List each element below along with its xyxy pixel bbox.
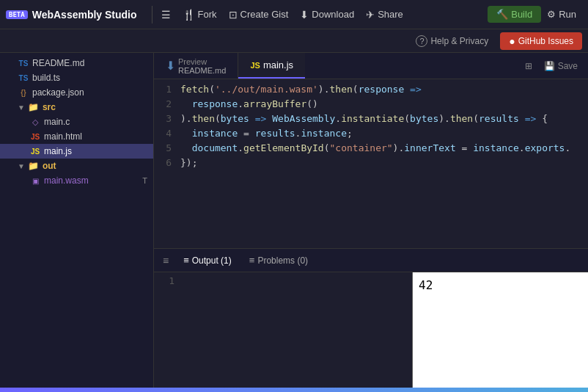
tab-active-label: main.js: [263, 59, 293, 70]
code-editor[interactable]: 1 fetch('../out/main.wasm').then(respons…: [154, 79, 588, 248]
output-tab-label: Output (1): [192, 255, 232, 266]
file-name: main.c: [44, 117, 70, 127]
arrow-down-icon2: ▼: [18, 162, 25, 170]
fork-label: Fork: [198, 9, 217, 20]
file-item-src[interactable]: ▼ 📁 src: [0, 100, 153, 115]
preview-value: 42: [419, 278, 433, 292]
editor-area: ⬇ Preview README.md JS main.js ⊞ 💾 Save: [154, 53, 588, 388]
wasm-icon: ▣: [29, 177, 41, 185]
build-label: Build: [511, 9, 532, 20]
js-tab-icon: JS: [250, 61, 260, 70]
file-item-mainc[interactable]: ◇ main.c: [0, 115, 153, 129]
bottom-tabs: ≡ ≡ Output (1) ≡ Problems (0): [154, 249, 588, 272]
settings-icon: ⚙: [547, 9, 556, 20]
sidebar: TS README.md TS build.ts {} package.json…: [0, 53, 154, 388]
brand-name: WebAssembly Studio: [32, 9, 137, 21]
html-icon: JS: [29, 133, 41, 141]
download-button[interactable]: ⬇ Download: [294, 6, 360, 23]
second-nav: ? Help & Privacy ● GitHub Issues: [0, 29, 588, 53]
run-button[interactable]: ⚙ Run: [541, 6, 582, 23]
problems-tab-label: Problems (0): [257, 255, 308, 266]
gist-label: Create Gist: [240, 9, 289, 20]
save-icon: 💾: [544, 61, 555, 71]
ts-icon: TS: [18, 59, 29, 68]
code-line-4: 4 instance = results.instance;: [154, 126, 588, 141]
file-name: package.json: [32, 87, 84, 98]
beta-badge: BETA: [6, 10, 28, 19]
code-line-2: 2 response.arrayBuffer(): [154, 97, 588, 112]
arrow-down-icon: ▼: [18, 104, 25, 112]
menu-icon: ☰: [161, 9, 171, 21]
download-icon: ⬇: [300, 9, 309, 21]
code-content: 1 fetch('../out/main.wasm').then(respons…: [154, 79, 588, 173]
file-name: build.ts: [32, 73, 60, 83]
js-icon: JS: [29, 148, 41, 156]
brand: BETA WebAssembly Studio: [6, 9, 137, 21]
help-icon: ?: [416, 35, 427, 47]
code-line-5: 5 document.getElementById("container").i…: [154, 141, 588, 156]
bottom-menu-button[interactable]: ≡: [160, 252, 172, 269]
preview-download-icon: ⬇: [166, 59, 175, 73]
tab-actions: ⊞ 💾 Save: [521, 59, 588, 73]
fork-button[interactable]: 🍴 Fork: [177, 6, 223, 23]
file-item-mainwasm[interactable]: ▣ main.wasm T: [0, 173, 153, 188]
create-gist-button[interactable]: ⊡ Create Gist: [223, 6, 295, 23]
share-button[interactable]: ✈ Share: [360, 6, 409, 23]
preview-pane: 42: [412, 272, 588, 388]
github-issues-button[interactable]: ● GitHub Issues: [500, 32, 582, 50]
wasm-badge: T: [142, 176, 147, 185]
main-area: TS README.md TS build.ts {} package.json…: [0, 53, 588, 388]
code-line-1: 1 fetch('../out/main.wasm').then(respons…: [154, 82, 588, 97]
folder-name: src: [43, 102, 56, 112]
tab-preview[interactable]: ⬇ Preview README.md: [154, 53, 238, 79]
help-privacy-button[interactable]: ? Help & Privacy: [410, 33, 494, 49]
menu-button[interactable]: ☰: [155, 6, 177, 23]
bottom-panel: ≡ ≡ Output (1) ≡ Problems (0) 1: [154, 248, 588, 388]
file-item-mainhtml[interactable]: JS main.html: [0, 129, 153, 144]
download-label: Download: [312, 9, 354, 20]
nav-divider: [152, 6, 152, 23]
fork-icon: 🍴: [183, 9, 195, 21]
top-nav: BETA WebAssembly Studio ☰ 🍴 Fork ⊡ Creat…: [0, 0, 588, 29]
output-panel[interactable]: 1: [154, 272, 412, 388]
c-icon: ◇: [29, 117, 41, 127]
save-button[interactable]: 💾 Save: [540, 59, 582, 73]
file-item-out[interactable]: ▼ 📁 out: [0, 159, 153, 173]
gist-icon: ⊡: [229, 9, 238, 21]
file-name: main.html: [44, 131, 82, 142]
share-icon: ✈: [366, 9, 375, 21]
ts-icon: TS: [18, 74, 29, 82]
file-item-readme[interactable]: TS README.md: [0, 56, 153, 70]
save-label: Save: [558, 61, 578, 71]
bottom-content: 1 42: [154, 272, 588, 388]
github-label: GitHub Issues: [518, 36, 573, 46]
file-item-package[interactable]: {} package.json: [0, 85, 153, 100]
run-label: Run: [559, 9, 576, 20]
folder-icon2: 📁: [28, 161, 40, 171]
preview-label: Preview: [178, 57, 226, 66]
output-line-1: 1: [157, 275, 409, 290]
file-item-mainjs[interactable]: JS main.js: [0, 144, 153, 159]
problems-tab[interactable]: ≡ Problems (0): [243, 252, 314, 269]
grid-icon: ⊞: [525, 61, 532, 71]
bottom-bar: [0, 388, 588, 392]
build-icon: 🔨: [496, 9, 508, 20]
code-line-6: 6 });: [154, 156, 588, 170]
file-name: main.js: [44, 146, 72, 156]
build-button[interactable]: 🔨 Build: [488, 6, 541, 23]
code-line-3: 3 ).then(bytes => WebAssembly.instantiat…: [154, 112, 588, 126]
tab-mainjs[interactable]: JS main.js: [238, 53, 305, 79]
tab-bar: ⬇ Preview README.md JS main.js ⊞ 💾 Save: [154, 53, 588, 79]
preview-sub-label: README.md: [178, 66, 226, 75]
file-item-build[interactable]: TS build.ts: [0, 70, 153, 85]
folder-name-out: out: [43, 161, 56, 171]
grid-view-button[interactable]: ⊞: [521, 59, 537, 73]
output-tab-icon: ≡: [183, 255, 189, 266]
output-tab[interactable]: ≡ Output (1): [177, 252, 238, 269]
folder-icon: 📁: [28, 102, 40, 112]
file-name-wasm: main.wasm: [44, 175, 89, 186]
hamburger-icon: ≡: [163, 255, 169, 266]
github-icon: ●: [509, 35, 515, 47]
help-label: Help & Privacy: [430, 36, 488, 46]
problems-tab-icon: ≡: [249, 255, 255, 266]
